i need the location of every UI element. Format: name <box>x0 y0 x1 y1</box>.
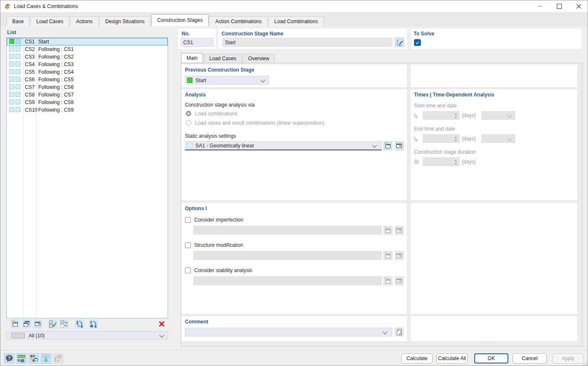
calculate-button[interactable]: Calculate <box>401 353 433 363</box>
display-settings-icon: A <box>29 354 38 363</box>
previous-stage-header: Previous Construction Stage <box>185 67 254 73</box>
comment-header: Comment <box>185 319 208 325</box>
tab-actions[interactable]: Actions <box>70 16 98 26</box>
list-item-cs5[interactable]: CS5Following : CS4 <box>7 68 168 76</box>
tab-action-combinations[interactable]: Action Combinations <box>209 16 267 26</box>
renumber-button[interactable]: 26 <box>75 319 84 329</box>
close-button[interactable] <box>569 0 588 12</box>
tab-load-cases[interactable]: Load Cases <box>30 16 69 26</box>
list-item-cs7[interactable]: CS7Following : CS6 <box>7 83 168 91</box>
cancel-button[interactable]: Cancel <box>513 353 547 363</box>
solve-swatch <box>9 107 14 112</box>
comment-templates-button[interactable] <box>395 327 404 337</box>
tab-load-combinations[interactable]: Load Combinations <box>268 16 323 26</box>
analysis-header: Analysis <box>185 92 206 98</box>
checkbox-label-consider-stability-analysis: Consider stability analysis <box>194 267 252 273</box>
subtab-main[interactable]: Main <box>181 53 203 63</box>
checkbox-label-consider-imperfection: Consider imperfection <box>194 217 243 223</box>
analysis-panel: Analysis Construction stage analysis via… <box>182 89 407 200</box>
analysis-via-label: Construction stage analysis via <box>185 102 254 108</box>
delete-all-button[interactable] <box>157 319 166 329</box>
stage-id: CS4 <box>25 61 35 67</box>
display-settings-button[interactable]: A <box>28 353 39 364</box>
type-swatch <box>16 107 21 112</box>
solve-swatch <box>9 84 14 89</box>
checkbox-label-structure-modification: Structure modification <box>194 242 243 248</box>
start-time-label: Start time and date <box>414 103 457 109</box>
tab-base[interactable]: Base <box>6 16 29 26</box>
subtab-load-cases[interactable]: Load Cases <box>204 54 242 63</box>
maximize-button[interactable] <box>550 0 569 12</box>
detail-subtabs: MainLoad CasesOverview <box>181 54 275 63</box>
edit-settings-button[interactable] <box>395 141 404 150</box>
to-solve-checkbox[interactable] <box>414 39 421 46</box>
stage-list[interactable]: CS1StartCS2Following : CS1CS3Following :… <box>6 37 168 318</box>
new-stage-button[interactable] <box>11 319 20 329</box>
list-item-cs4[interactable]: CS4Following : CS3 <box>7 61 168 68</box>
end-date-dropdown <box>481 134 515 143</box>
previous-stage-dropdown[interactable]: Start <box>185 76 269 85</box>
type-swatch <box>16 92 21 97</box>
checkbox-structure-modification[interactable] <box>185 242 191 248</box>
static-settings-label: Static analysis settings <box>185 133 236 139</box>
times-header: Times | Time-Dependent Analysis <box>414 92 494 98</box>
stage-diagram-button[interactable] <box>40 353 51 364</box>
help-button[interactable]: ? <box>4 353 15 364</box>
tab-construction-stages[interactable]: Construction Stages <box>151 14 208 26</box>
previous-stage-panel: Previous Construction Stage Start <box>182 64 407 87</box>
subtab-overview[interactable]: Overview <box>243 54 275 63</box>
list-item-cs1[interactable]: CS1Start <box>7 38 168 45</box>
options-panel: Options I Consider imperfectionStructure… <box>182 203 407 314</box>
svg-text:2: 2 <box>90 320 92 324</box>
window-title: Load Cases & Combinations <box>14 3 78 9</box>
list-item-cs9[interactable]: CS9Following : CS8 <box>7 99 168 106</box>
list-item-cs10[interactable]: CS10Following : CS9 <box>7 106 168 114</box>
list-filter-dropdown[interactable]: All (10) <box>6 331 168 339</box>
list-item-cs2[interactable]: CS2Following : CS1 <box>7 45 168 53</box>
filter-value: All (10) <box>29 333 45 339</box>
list-item-cs8[interactable]: CS8Following : CS7 <box>7 91 168 99</box>
checkbox-consider-stability-analysis[interactable] <box>185 267 191 273</box>
comment-dropdown[interactable] <box>185 328 392 337</box>
list-item-cs3[interactable]: CS3Following : CS2 <box>7 53 168 61</box>
stage-no-field[interactable]: CS1 <box>181 38 214 47</box>
days-unit-label: [days] <box>462 159 476 165</box>
resize-grip[interactable] <box>583 361 588 366</box>
rename-button[interactable] <box>395 37 404 47</box>
static-settings-dropdown[interactable]: SA1 - Geometrically linear <box>185 141 382 150</box>
type-swatch <box>16 69 21 74</box>
new-settings-button[interactable] <box>383 141 393 150</box>
previous-stage-swatch <box>187 77 192 83</box>
solve-swatch <box>9 99 14 104</box>
radio-label: Load combinations <box>195 111 238 117</box>
ok-button[interactable]: OK <box>474 353 508 363</box>
renumber-icon: 26 <box>75 320 84 328</box>
renumber-options-button[interactable]: 26 <box>89 319 98 329</box>
check-all-icon <box>48 320 57 328</box>
to-solve-panel: To Solve <box>411 29 582 49</box>
options-header: Options I <box>185 206 207 211</box>
copy-stage-button[interactable] <box>22 319 31 329</box>
stage-id: CS7 <box>25 84 35 90</box>
edit-stage-button[interactable] <box>33 319 43 329</box>
checkbox-consider-imperfection[interactable] <box>185 217 191 223</box>
edit-structure-modification-button <box>395 251 404 260</box>
minimize-button[interactable] <box>530 0 550 12</box>
stage-name-input[interactable]: Start <box>222 38 393 47</box>
days-unit-label: [days] <box>462 136 476 142</box>
no-panel: No. CS1 <box>178 29 216 49</box>
solve-swatch <box>9 39 14 44</box>
invert-check-button[interactable] <box>59 319 69 329</box>
list-item-cs6[interactable]: CS6Following : CS5 <box>7 76 168 83</box>
radio-load-cases-and-result-combinations-linear-superposition <box>186 120 191 126</box>
delete-icon <box>158 320 166 328</box>
check-all-button[interactable] <box>48 319 57 329</box>
calculate-all-button[interactable]: Calculate All <box>436 353 468 363</box>
stage-desc: Following : CS1 <box>38 46 74 52</box>
end-time-label: End time and date <box>414 126 455 132</box>
empty-panel-mid-right <box>411 203 577 314</box>
units-button[interactable]: 0.00 <box>16 353 27 364</box>
maximize-icon <box>557 4 562 9</box>
svg-text:6: 6 <box>95 324 97 328</box>
tab-design-situations[interactable]: Design Situations <box>99 16 150 26</box>
